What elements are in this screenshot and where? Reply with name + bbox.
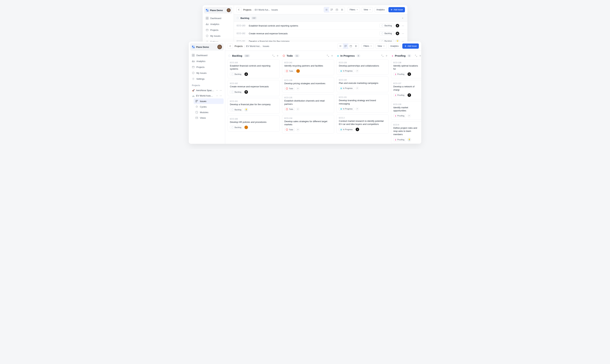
kanban-card[interactable]: ECO-163Establish financial controls and …	[228, 59, 280, 78]
kanban-card[interactable]: ECO-160Develop HR policies and procedure…	[228, 116, 280, 131]
assignee-avatar[interactable]: V	[407, 72, 411, 76]
state-pill[interactable]: ⧗In Progress	[339, 128, 354, 131]
add-card-icon[interactable]	[419, 54, 421, 57]
add-card-icon[interactable]	[385, 54, 388, 57]
assignee-placeholder-icon[interactable]	[296, 128, 300, 131]
kanban-card[interactable]: ECO-136Develop pricing strategies and in…	[282, 77, 334, 92]
view-button[interactable]: View	[362, 7, 373, 12]
view-button[interactable]: View	[376, 43, 387, 49]
kanban-card[interactable]: ECO-135Establish distribution channels a…	[282, 94, 334, 113]
project-menu[interactable]: ⋯	[220, 89, 222, 92]
nav-dashboard[interactable]: Dashboard	[204, 15, 232, 21]
kanban-card[interactable]: ECO-133Develop partnerships and collabor…	[337, 59, 389, 75]
add-issue-in-group[interactable]: +	[401, 16, 405, 20]
assignee-avatar[interactable]: A	[396, 24, 399, 27]
nav-projects[interactable]: Projects	[190, 64, 224, 70]
layout-spreadsheet[interactable]	[340, 7, 345, 12]
project-menu[interactable]: ⋯	[220, 94, 222, 97]
analytics-button[interactable]: Analytics	[374, 7, 387, 12]
state-pill[interactable]: Backlog	[230, 126, 243, 129]
add-issue-button[interactable]: Add Issue	[388, 7, 405, 12]
kanban-card[interactable]: ECO-8Define project roles and resp asks …	[391, 121, 421, 144]
sidebar-project-evworld[interactable]: 🚲 EV World Automobiles ⋯	[190, 93, 224, 98]
assignee-placeholder-icon[interactable]	[296, 87, 300, 90]
user-avatar[interactable]	[217, 45, 222, 49]
state-pill[interactable]: Todo	[284, 87, 295, 90]
assignee-placeholder-icon[interactable]	[356, 69, 359, 73]
state-pill[interactable]: ⧗Proofing	[393, 138, 406, 141]
kanban-card[interactable]: ECO-141Identify recycling partners and f…	[282, 59, 334, 75]
assignee-avatar[interactable]: V	[356, 128, 359, 131]
assignee-placeholder-icon[interactable]	[407, 114, 411, 117]
state-pill[interactable]: Backlog	[230, 72, 243, 76]
state-pill[interactable]: Backlog	[379, 31, 394, 36]
filters-button[interactable]: Filters	[348, 7, 360, 12]
nav-analytics[interactable]: Analytics	[204, 21, 232, 27]
add-card-icon[interactable]	[276, 54, 279, 57]
layout-spreadsheet[interactable]	[353, 43, 359, 49]
kanban-card[interactable]: ECO-138Identify optimal locations for⧗Pr…	[391, 59, 421, 78]
kanban-card[interactable]: ECO-132Plan and execute marketing campai…	[337, 77, 389, 92]
state-pill[interactable]: Backlog	[230, 90, 243, 94]
assignee-avatar[interactable]: A	[244, 72, 248, 76]
filters-button[interactable]: Filters	[361, 43, 374, 49]
subnav-cycles[interactable]: Cycles	[194, 104, 224, 109]
layout-list[interactable]	[338, 43, 343, 49]
issue-row[interactable]: ECO-163Establish financial controls and …	[234, 22, 407, 30]
breadcrumb-project[interactable]: EV World Aut...	[255, 9, 270, 11]
state-pill[interactable]: Todo	[284, 128, 295, 131]
analytics-button[interactable]: Analytics	[388, 43, 401, 49]
subnav-views[interactable]: Views	[194, 115, 224, 121]
breadcrumb-root[interactable]: Projects	[235, 45, 243, 48]
user-avatar[interactable]	[227, 8, 231, 12]
breadcrumb-project[interactable]: EV World Aut...	[246, 45, 261, 48]
assignee-avatar[interactable]	[244, 125, 248, 129]
back-button[interactable]	[236, 7, 241, 12]
layout-calendar[interactable]	[334, 7, 340, 12]
collapse-column-icon[interactable]	[327, 54, 329, 57]
state-pill[interactable]: ⧗Proofing	[393, 72, 406, 76]
assignee-avatar[interactable]: V	[407, 93, 411, 97]
nav-analytics[interactable]: Analytics	[190, 58, 224, 64]
breadcrumb-root[interactable]: Projects	[243, 9, 251, 11]
nav-dashboard[interactable]: Dashboard	[190, 52, 224, 58]
layout-kanban[interactable]	[329, 7, 334, 12]
back-button[interactable]	[228, 43, 233, 49]
workspace-switcher[interactable]: Plane Demo	[190, 43, 224, 51]
assignee-avatar[interactable]: 💡	[244, 108, 248, 112]
layout-calendar[interactable]	[348, 43, 353, 49]
kanban-card[interactable]: ECO-128Identify market opportunities⧗Pro…	[391, 101, 421, 120]
add-issue-button[interactable]: Add Issue	[402, 43, 419, 49]
nav-my-issues[interactable]: My Issues	[204, 33, 232, 39]
assignee-avatar[interactable]: 💡	[407, 138, 411, 142]
collapse-column-icon[interactable]	[272, 54, 275, 57]
state-pill[interactable]: ⧗Proofing	[393, 114, 406, 117]
chevron-up-icon[interactable]	[216, 95, 218, 97]
kanban-card[interactable]: ECO-162Create revenue and expense foreca…	[228, 80, 280, 96]
state-pill[interactable]: Todo	[284, 69, 295, 73]
state-pill[interactable]: Backlog	[379, 24, 394, 28]
subnav-issues[interactable]: Issues	[194, 98, 224, 104]
sidebar-project-aeronova[interactable]: 🚀 AeroNova Space Techn… ⋯	[190, 88, 224, 93]
issue-menu[interactable]: ⋯	[401, 32, 405, 35]
assignee-placeholder-icon[interactable]	[356, 107, 359, 111]
assignee-avatar[interactable]	[296, 69, 300, 73]
workspace-switcher[interactable]: Plane Demo	[204, 7, 232, 13]
nav-settings[interactable]: Settings	[190, 76, 224, 82]
nav-my-issues[interactable]: My Issues	[190, 70, 224, 76]
state-pill[interactable]: ⧗In Progress	[339, 86, 354, 90]
chevron-down-icon[interactable]	[216, 89, 218, 92]
collapse-column-icon[interactable]	[381, 54, 384, 57]
assignee-avatar[interactable]: N	[244, 90, 248, 94]
state-pill[interactable]: Backlog	[230, 108, 243, 111]
nav-projects[interactable]: Projects	[204, 27, 232, 33]
assignee-placeholder-icon[interactable]	[296, 107, 300, 111]
layout-list[interactable]	[324, 7, 329, 12]
add-card-icon[interactable]	[331, 54, 333, 57]
state-pill[interactable]: ⧗In Progress	[339, 107, 354, 111]
layout-kanban[interactable]	[343, 43, 348, 49]
state-pill[interactable]: ⧗Proofing	[393, 93, 406, 97]
kanban-card[interactable]: ECO-2Conduct market research to identify…	[337, 115, 389, 134]
assignee-placeholder-icon[interactable]	[356, 86, 359, 90]
kanban-card[interactable]: ECO-161Develop a financial plan for the …	[228, 98, 280, 114]
